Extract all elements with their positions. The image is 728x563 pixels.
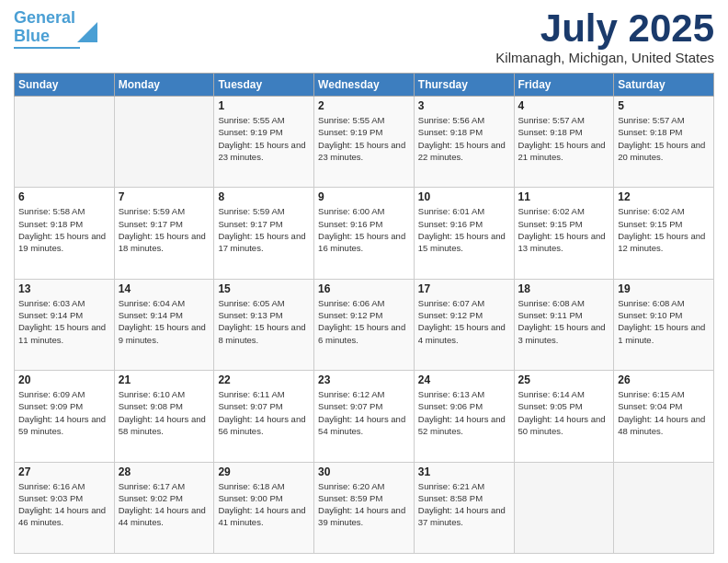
day-number: 18 bbox=[518, 282, 610, 295]
calendar-cell: 4Sunrise: 5:57 AM Sunset: 9:18 PM Daylig… bbox=[514, 97, 614, 188]
day-number: 12 bbox=[618, 190, 710, 203]
calendar-cell: 6Sunrise: 5:58 AM Sunset: 9:18 PM Daylig… bbox=[15, 188, 115, 279]
day-number: 6 bbox=[18, 190, 110, 203]
day-info: Sunrise: 6:16 AM Sunset: 9:03 PM Dayligh… bbox=[18, 480, 110, 529]
day-number: 13 bbox=[18, 282, 110, 295]
calendar-cell: 8Sunrise: 5:59 AM Sunset: 9:17 PM Daylig… bbox=[214, 188, 314, 279]
calendar-cell: 31Sunrise: 6:21 AM Sunset: 8:58 PM Dayli… bbox=[414, 462, 514, 553]
day-info: Sunrise: 6:11 AM Sunset: 9:07 PM Dayligh… bbox=[218, 388, 310, 437]
calendar-cell: 30Sunrise: 6:20 AM Sunset: 8:59 PM Dayli… bbox=[314, 462, 415, 553]
calendar-cell: 12Sunrise: 6:02 AM Sunset: 9:15 PM Dayli… bbox=[614, 188, 714, 279]
calendar-week-row: 1Sunrise: 5:55 AM Sunset: 9:19 PM Daylig… bbox=[15, 97, 714, 188]
day-info: Sunrise: 5:57 AM Sunset: 9:18 PM Dayligh… bbox=[618, 114, 710, 163]
calendar-cell: 10Sunrise: 6:01 AM Sunset: 9:16 PM Dayli… bbox=[414, 188, 514, 279]
day-info: Sunrise: 6:08 AM Sunset: 9:11 PM Dayligh… bbox=[518, 297, 610, 346]
day-number: 10 bbox=[418, 190, 510, 203]
day-number: 9 bbox=[318, 190, 410, 203]
day-info: Sunrise: 6:00 AM Sunset: 9:16 PM Dayligh… bbox=[318, 205, 410, 254]
calendar-cell: 23Sunrise: 6:12 AM Sunset: 9:07 PM Dayli… bbox=[314, 371, 415, 462]
day-number: 17 bbox=[418, 282, 510, 295]
day-number: 28 bbox=[119, 465, 210, 478]
day-info: Sunrise: 5:57 AM Sunset: 9:18 PM Dayligh… bbox=[518, 114, 610, 163]
day-info: Sunrise: 6:01 AM Sunset: 9:16 PM Dayligh… bbox=[418, 205, 510, 254]
weekday-header: Sunday bbox=[15, 74, 115, 97]
day-number: 26 bbox=[618, 373, 710, 386]
day-info: Sunrise: 6:03 AM Sunset: 9:14 PM Dayligh… bbox=[18, 297, 110, 346]
day-number: 8 bbox=[218, 190, 310, 203]
calendar-cell: 24Sunrise: 6:13 AM Sunset: 9:06 PM Dayli… bbox=[414, 371, 514, 462]
calendar-cell: 29Sunrise: 6:18 AM Sunset: 9:00 PM Dayli… bbox=[214, 462, 314, 553]
calendar-week-row: 6Sunrise: 5:58 AM Sunset: 9:18 PM Daylig… bbox=[15, 188, 714, 279]
day-info: Sunrise: 5:59 AM Sunset: 9:17 PM Dayligh… bbox=[218, 205, 310, 254]
day-number: 22 bbox=[218, 373, 310, 386]
day-info: Sunrise: 6:12 AM Sunset: 9:07 PM Dayligh… bbox=[318, 388, 410, 437]
day-info: Sunrise: 5:56 AM Sunset: 9:18 PM Dayligh… bbox=[418, 114, 510, 163]
day-number: 27 bbox=[18, 465, 110, 478]
logo-icon bbox=[77, 22, 97, 42]
day-info: Sunrise: 6:06 AM Sunset: 9:12 PM Dayligh… bbox=[318, 297, 410, 346]
day-info: Sunrise: 6:14 AM Sunset: 9:05 PM Dayligh… bbox=[518, 388, 610, 437]
calendar-cell: 21Sunrise: 6:10 AM Sunset: 9:08 PM Dayli… bbox=[114, 371, 214, 462]
calendar-cell: 25Sunrise: 6:14 AM Sunset: 9:05 PM Dayli… bbox=[514, 371, 614, 462]
day-number: 3 bbox=[418, 99, 510, 112]
calendar-cell: 2Sunrise: 5:55 AM Sunset: 9:19 PM Daylig… bbox=[314, 97, 415, 188]
day-info: Sunrise: 6:02 AM Sunset: 9:15 PM Dayligh… bbox=[518, 205, 610, 254]
day-info: Sunrise: 5:55 AM Sunset: 9:19 PM Dayligh… bbox=[318, 114, 410, 163]
day-number: 15 bbox=[218, 282, 310, 295]
day-info: Sunrise: 6:21 AM Sunset: 8:58 PM Dayligh… bbox=[418, 480, 510, 529]
day-info: Sunrise: 5:55 AM Sunset: 9:19 PM Dayligh… bbox=[218, 114, 310, 163]
day-number: 24 bbox=[418, 373, 510, 386]
day-info: Sunrise: 5:59 AM Sunset: 9:17 PM Dayligh… bbox=[119, 205, 210, 254]
calendar-cell: 28Sunrise: 6:17 AM Sunset: 9:02 PM Dayli… bbox=[114, 462, 214, 553]
day-info: Sunrise: 6:04 AM Sunset: 9:14 PM Dayligh… bbox=[119, 297, 210, 346]
day-number: 31 bbox=[418, 465, 510, 478]
calendar-cell: 22Sunrise: 6:11 AM Sunset: 9:07 PM Dayli… bbox=[214, 371, 314, 462]
day-info: Sunrise: 6:07 AM Sunset: 9:12 PM Dayligh… bbox=[418, 297, 510, 346]
logo: General Blue bbox=[14, 9, 97, 49]
day-info: Sunrise: 6:15 AM Sunset: 9:04 PM Dayligh… bbox=[618, 388, 710, 437]
calendar-week-row: 27Sunrise: 6:16 AM Sunset: 9:03 PM Dayli… bbox=[15, 462, 714, 553]
weekday-header: Saturday bbox=[614, 74, 714, 97]
day-number: 30 bbox=[318, 465, 410, 478]
header: General Blue July 2025 Kilmanagh, Michig… bbox=[14, 9, 714, 65]
location: Kilmanagh, Michigan, United States bbox=[495, 50, 714, 65]
calendar-cell: 13Sunrise: 6:03 AM Sunset: 9:14 PM Dayli… bbox=[15, 279, 115, 370]
day-info: Sunrise: 6:02 AM Sunset: 9:15 PM Dayligh… bbox=[618, 205, 710, 254]
weekday-header: Tuesday bbox=[214, 74, 314, 97]
calendar-cell bbox=[514, 462, 614, 553]
calendar-week-row: 13Sunrise: 6:03 AM Sunset: 9:14 PM Dayli… bbox=[15, 279, 714, 370]
day-number: 20 bbox=[18, 373, 110, 386]
day-number: 2 bbox=[318, 99, 410, 112]
day-number: 25 bbox=[518, 373, 610, 386]
day-info: Sunrise: 6:18 AM Sunset: 9:00 PM Dayligh… bbox=[218, 480, 310, 529]
calendar-cell: 9Sunrise: 6:00 AM Sunset: 9:16 PM Daylig… bbox=[314, 188, 415, 279]
weekday-header: Friday bbox=[514, 74, 614, 97]
day-info: Sunrise: 6:08 AM Sunset: 9:10 PM Dayligh… bbox=[618, 297, 710, 346]
calendar-cell: 27Sunrise: 6:16 AM Sunset: 9:03 PM Dayli… bbox=[15, 462, 115, 553]
weekday-header-row: SundayMondayTuesdayWednesdayThursdayFrid… bbox=[15, 74, 714, 97]
day-info: Sunrise: 6:05 AM Sunset: 9:13 PM Dayligh… bbox=[218, 297, 310, 346]
svg-marker-0 bbox=[77, 22, 97, 42]
day-info: Sunrise: 6:17 AM Sunset: 9:02 PM Dayligh… bbox=[119, 480, 210, 529]
calendar-week-row: 20Sunrise: 6:09 AM Sunset: 9:09 PM Dayli… bbox=[15, 371, 714, 462]
day-number: 23 bbox=[318, 373, 410, 386]
day-number: 11 bbox=[518, 190, 610, 203]
calendar-cell: 26Sunrise: 6:15 AM Sunset: 9:04 PM Dayli… bbox=[614, 371, 714, 462]
day-number: 19 bbox=[618, 282, 710, 295]
day-number: 7 bbox=[119, 190, 210, 203]
calendar-cell bbox=[614, 462, 714, 553]
calendar-cell: 5Sunrise: 5:57 AM Sunset: 9:18 PM Daylig… bbox=[614, 97, 714, 188]
page: General Blue July 2025 Kilmanagh, Michig… bbox=[0, 0, 728, 563]
calendar-cell: 19Sunrise: 6:08 AM Sunset: 9:10 PM Dayli… bbox=[614, 279, 714, 370]
weekday-header: Monday bbox=[114, 74, 214, 97]
calendar-cell: 20Sunrise: 6:09 AM Sunset: 9:09 PM Dayli… bbox=[15, 371, 115, 462]
day-info: Sunrise: 6:20 AM Sunset: 8:59 PM Dayligh… bbox=[318, 480, 410, 529]
calendar-cell: 11Sunrise: 6:02 AM Sunset: 9:15 PM Dayli… bbox=[514, 188, 614, 279]
calendar-cell: 17Sunrise: 6:07 AM Sunset: 9:12 PM Dayli… bbox=[414, 279, 514, 370]
logo-text: General Blue bbox=[14, 9, 75, 46]
logo-line2: Blue bbox=[14, 27, 50, 45]
day-info: Sunrise: 6:10 AM Sunset: 9:08 PM Dayligh… bbox=[119, 388, 210, 437]
calendar-cell bbox=[114, 97, 214, 188]
title-area: July 2025 Kilmanagh, Michigan, United St… bbox=[495, 9, 714, 65]
day-number: 21 bbox=[119, 373, 210, 386]
